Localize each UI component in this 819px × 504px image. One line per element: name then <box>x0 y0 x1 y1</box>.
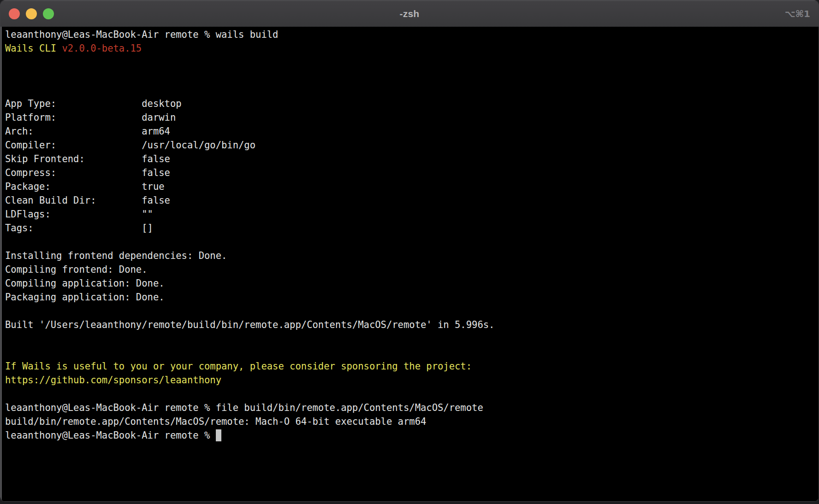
terminal-line: leaanthony@Leas-MacBook-Air remote % <box>5 428 814 442</box>
terminal-line <box>5 346 814 359</box>
titlebar[interactable]: -zsh ⌥⌘1 <box>0 0 819 27</box>
terminal-line <box>5 69 814 83</box>
terminal-line: leaanthony@Leas-MacBook-Air remote % fil… <box>5 401 814 415</box>
terminal-line: Skip Frontend: false <box>5 152 814 166</box>
terminal-cursor <box>216 429 222 441</box>
terminal-line: App Type: desktop <box>5 97 814 111</box>
terminal-line: Compiling application: Done. <box>5 276 814 290</box>
zoom-button[interactable] <box>43 8 54 19</box>
terminal-line: LDFlags: "" <box>5 207 814 221</box>
terminal-window: -zsh ⌥⌘1 leaanthony@Leas-MacBook-Air rem… <box>0 0 819 502</box>
terminal-line <box>5 304 814 318</box>
minimize-button[interactable] <box>26 8 37 19</box>
terminal-line: Package: true <box>5 180 814 193</box>
window-title: -zsh <box>0 8 819 19</box>
terminal-line: Packaging application: Done. <box>5 290 814 304</box>
terminal-line: Compiler: /usr/local/go/bin/go <box>5 138 814 152</box>
terminal-screen[interactable]: leaanthony@Leas-MacBook-Air remote % wai… <box>0 27 819 501</box>
terminal-line: build/bin/remote.app/Contents/MacOS/remo… <box>5 415 814 428</box>
terminal-line: Arch: arm64 <box>5 124 814 138</box>
terminal-line <box>5 235 814 249</box>
keyboard-shortcut-badge: ⌥⌘1 <box>784 0 810 27</box>
terminal-line: Clean Build Dir: false <box>5 193 814 207</box>
close-button[interactable] <box>9 8 20 19</box>
terminal-line: Wails CLI v2.0.0-beta.15 <box>5 41 814 55</box>
terminal-line: Tags: [] <box>5 221 814 235</box>
terminal-line: Compress: false <box>5 166 814 180</box>
terminal-line: https://github.com/sponsors/leaanthony <box>5 373 814 387</box>
terminal-line: Built '/Users/leaanthony/remote/build/bi… <box>5 318 814 332</box>
terminal-line: leaanthony@Leas-MacBook-Air remote % wai… <box>5 28 814 41</box>
terminal-line <box>5 83 814 97</box>
terminal-line: Compiling frontend: Done. <box>5 263 814 276</box>
traffic-lights <box>9 0 54 27</box>
terminal-line: Platform: darwin <box>5 111 814 124</box>
terminal-line: If Wails is useful to you or your compan… <box>5 359 814 373</box>
terminal-line <box>5 387 814 401</box>
terminal-line <box>5 332 814 346</box>
terminal-line: Installing frontend dependencies: Done. <box>5 249 814 263</box>
terminal-line <box>5 55 814 69</box>
